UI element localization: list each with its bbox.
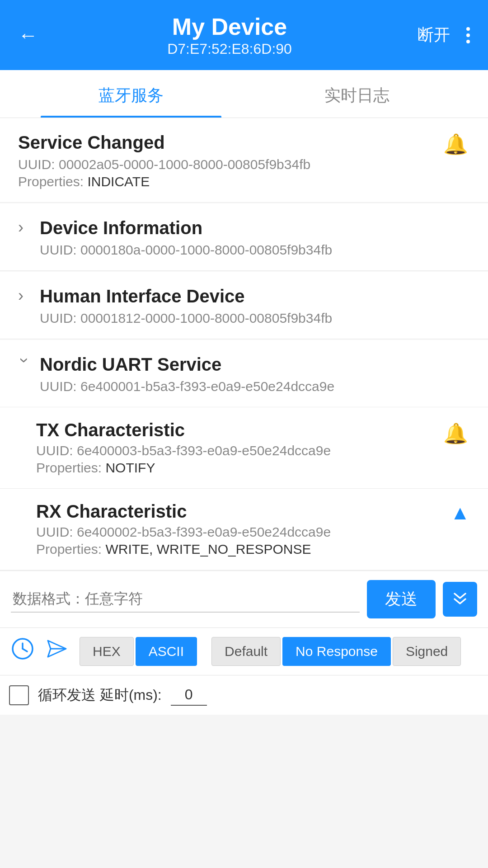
menu-dot <box>466 33 470 37</box>
rx-char-info: RX Characteristic UUID: 6e400002-b5a3-f3… <box>36 501 450 557</box>
nordic-uart-details: Nordic UART Service UUID: 6e400001-b5a3-… <box>40 353 470 394</box>
menu-dot <box>466 40 470 43</box>
hid-details: Human Interface Device UUID: 00001812-00… <box>40 284 470 326</box>
disconnect-button[interactable]: 断开 <box>418 24 450 46</box>
ascii-format-button[interactable]: ASCII <box>136 637 197 666</box>
service-changed-bell-icon[interactable]: 🔔 <box>441 131 470 158</box>
device-information-group: › Device Information UUID: 0000180a-0000… <box>0 203 488 271</box>
signed-response-button[interactable]: Signed <box>393 637 461 666</box>
nordic-uart-info: › Nordic UART Service UUID: 6e400001-b5a… <box>18 353 470 394</box>
loop-send-row: 循环发送 延时(ms): <box>0 675 488 715</box>
app-header: ← My Device D7:E7:52:E8:6D:90 断开 <box>0 0 488 70</box>
nordic-uart-chevron-icon: › <box>15 358 34 370</box>
hid-name: Human Interface Device <box>40 284 470 308</box>
chevron-down-double-icon <box>452 590 468 609</box>
format-button-group: HEX ASCII <box>80 637 197 666</box>
loop-send-label: 循环发送 延时(ms): <box>38 685 162 705</box>
service-changed-name: Service Changed <box>18 131 441 154</box>
tx-char-bell-icon[interactable]: 🔔 <box>441 420 470 447</box>
rx-char-upload-icon[interactable]: ▲ <box>450 501 470 524</box>
device-information-header[interactable]: › Device Information UUID: 0000180a-0000… <box>0 203 488 271</box>
service-changed-group: Service Changed UUID: 00002a05-0000-1000… <box>0 118 488 203</box>
service-list: Service Changed UUID: 00002a05-0000-1000… <box>0 118 488 570</box>
device-information-name: Device Information <box>40 216 470 240</box>
rx-char-uuid: UUID: 6e400002-b5a3-f393-e0a9-e50e24dcca… <box>36 524 450 540</box>
tab-realtime-log[interactable]: 实时日志 <box>244 70 470 118</box>
paper-plane-icon[interactable] <box>45 637 69 666</box>
header-center: My Device D7:E7:52:E8:6D:90 <box>42 13 418 57</box>
svg-line-2 <box>23 649 27 651</box>
send-button[interactable]: 发送 <box>367 580 436 618</box>
service-changed-info: Service Changed UUID: 00002a05-0000-1000… <box>18 131 441 189</box>
service-changed-header[interactable]: Service Changed UUID: 00002a05-0000-1000… <box>0 118 488 203</box>
no-response-button[interactable]: No Response <box>282 637 391 666</box>
device-information-details: Device Information UUID: 0000180a-0000-1… <box>40 216 470 258</box>
header-actions: 断开 <box>418 24 474 46</box>
delay-input[interactable] <box>171 684 207 706</box>
hid-header[interactable]: › Human Interface Device UUID: 00001812-… <box>0 272 488 339</box>
tx-char-uuid: UUID: 6e400003-b5a3-f393-e0a9-e50e24dcca… <box>36 443 441 458</box>
response-button-group: Default No Response Signed <box>211 637 461 666</box>
nordic-uart-uuid: UUID: 6e400001-b5a3-f393-e0a9-e50e24dcca… <box>40 379 470 394</box>
device-information-chevron-icon: › <box>18 218 31 237</box>
input-area: 发送 <box>0 571 488 627</box>
service-changed-props: Properties: INDICATE <box>18 174 441 189</box>
nordic-uart-name: Nordic UART Service <box>40 353 470 376</box>
menu-dot <box>466 27 470 31</box>
hid-info: › Human Interface Device UUID: 00001812-… <box>18 284 470 326</box>
data-input[interactable] <box>11 586 360 613</box>
nordic-uart-header[interactable]: › Nordic UART Service UUID: 6e400001-b5a… <box>0 340 488 407</box>
device-information-info: › Device Information UUID: 0000180a-0000… <box>18 216 470 258</box>
device-information-uuid: UUID: 0000180a-0000-1000-8000-00805f9b34… <box>40 242 470 258</box>
nordic-uart-group: › Nordic UART Service UUID: 6e400001-b5a… <box>0 340 488 570</box>
rx-characteristic-row: RX Characteristic UUID: 6e400002-b5a3-f3… <box>0 489 488 570</box>
tx-characteristic-row: TX Characteristic UUID: 6e400003-b5a3-f3… <box>0 407 488 489</box>
hid-uuid: UUID: 00001812-0000-1000-8000-00805f9b34… <box>40 311 470 326</box>
hid-group: › Human Interface Device UUID: 00001812-… <box>0 272 488 339</box>
default-response-button[interactable]: Default <box>211 637 281 666</box>
service-changed-uuid: UUID: 00002a05-0000-1000-8000-00805f9b34… <box>18 157 441 172</box>
tx-char-props: Properties: NOTIFY <box>36 460 441 476</box>
loop-send-checkbox[interactable] <box>9 685 29 705</box>
clock-icon[interactable] <box>11 637 34 666</box>
back-button[interactable]: ← <box>14 20 42 50</box>
rx-char-name: RX Characteristic <box>36 501 450 522</box>
expand-button[interactable] <box>443 582 477 617</box>
tx-char-name: TX Characteristic <box>36 420 441 440</box>
service-changed-details: Service Changed UUID: 00002a05-0000-1000… <box>18 131 441 189</box>
device-address: D7:E7:52:E8:6D:90 <box>42 41 418 57</box>
bottom-toolbar: HEX ASCII Default No Response Signed <box>0 627 488 675</box>
tx-char-info: TX Characteristic UUID: 6e400003-b5a3-f3… <box>36 420 441 476</box>
tab-bluetooth[interactable]: 蓝牙服务 <box>18 70 244 118</box>
tab-bar: 蓝牙服务 实时日志 <box>0 70 488 118</box>
device-title: My Device <box>42 13 418 41</box>
rx-char-props: Properties: WRITE, WRITE_NO_RESPONSE <box>36 542 450 557</box>
hex-format-button[interactable]: HEX <box>80 637 134 666</box>
hid-chevron-icon: › <box>18 286 31 305</box>
menu-button[interactable] <box>463 25 474 45</box>
